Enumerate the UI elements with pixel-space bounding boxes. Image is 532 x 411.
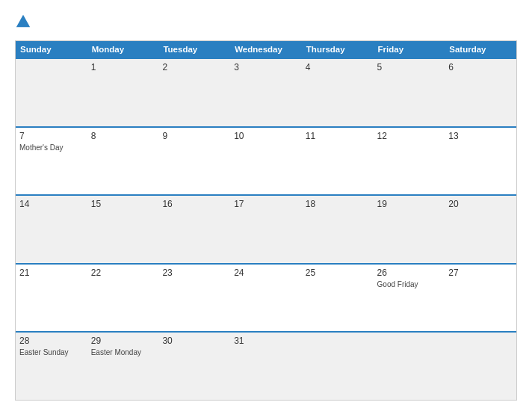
day-number: 11	[306, 131, 370, 141]
day-number: 1	[91, 62, 155, 72]
calendar-cell: 28Easter Sunday	[16, 333, 87, 400]
calendar-page: SundayMondayTuesdayWednesdayThursdayFrid…	[0, 0, 532, 411]
calendar-cell: 17	[230, 196, 302, 263]
day-number: 14	[19, 199, 84, 209]
calendar-grid: SundayMondayTuesdayWednesdayThursdayFrid…	[15, 40, 517, 401]
day-number: 23	[162, 268, 226, 278]
day-event: Easter Monday	[91, 347, 155, 357]
page-header	[15, 13, 517, 33]
day-number: 26	[377, 268, 442, 278]
calendar-week-3: 14151617181920	[16, 194, 516, 263]
calendar-cell: 26Good Friday	[374, 265, 445, 332]
day-header-wednesday: Wednesday	[230, 41, 302, 58]
day-header-monday: Monday	[87, 41, 159, 58]
calendar-cell: 9	[158, 128, 230, 195]
day-number: 4	[306, 62, 370, 72]
day-number: 27	[448, 268, 513, 278]
calendar-cell: 15	[87, 196, 159, 263]
day-header-tuesday: Tuesday	[158, 41, 230, 58]
day-number: 7	[19, 131, 84, 141]
day-event: Good Friday	[377, 279, 442, 289]
calendar-week-2: 7Mother's Day8910111213	[16, 126, 516, 195]
calendar-cell: 1	[87, 59, 159, 126]
day-number: 16	[162, 199, 226, 209]
calendar-cell	[302, 333, 374, 400]
calendar-week-1: 123456	[16, 58, 516, 126]
calendar-cell: 30	[158, 333, 230, 400]
logo	[15, 13, 34, 33]
day-event: Mother's Day	[19, 143, 84, 152]
day-number: 22	[91, 268, 155, 278]
day-number: 31	[234, 336, 298, 346]
calendar-cell: 12	[374, 128, 445, 195]
day-number: 8	[91, 131, 155, 141]
calendar-cell: 14	[16, 196, 87, 263]
calendar-header-row: SundayMondayTuesdayWednesdayThursdayFrid…	[16, 41, 516, 58]
day-number: 28	[19, 336, 84, 346]
day-number: 24	[234, 268, 298, 278]
day-number: 6	[448, 62, 513, 72]
calendar-cell: 22	[87, 265, 159, 332]
calendar-cell: 3	[230, 59, 302, 126]
calendar-cell: 25	[302, 265, 374, 332]
calendar-cell: 20	[445, 196, 516, 263]
day-number: 15	[91, 199, 155, 209]
day-number: 12	[377, 131, 442, 141]
day-header-sunday: Sunday	[16, 41, 87, 58]
day-header-saturday: Saturday	[445, 41, 516, 58]
calendar-cell	[16, 59, 87, 126]
calendar-cell: 21	[16, 265, 87, 332]
calendar-cell: 24	[230, 265, 302, 332]
day-header-thursday: Thursday	[302, 41, 374, 58]
day-event: Easter Sunday	[19, 347, 84, 357]
calendar-cell: 19	[374, 196, 445, 263]
day-number: 9	[162, 131, 226, 141]
day-number: 20	[448, 199, 513, 209]
calendar-cell: 16	[158, 196, 230, 263]
calendar-cell: 27	[445, 265, 516, 332]
day-number: 10	[234, 131, 298, 141]
calendar-cell: 5	[374, 59, 445, 126]
calendar-cell: 2	[158, 59, 230, 126]
day-header-friday: Friday	[374, 41, 445, 58]
day-number: 19	[377, 199, 442, 209]
calendar-cell: 10	[230, 128, 302, 195]
svg-marker-0	[16, 15, 30, 28]
calendar-cell	[445, 333, 516, 400]
day-number: 5	[377, 62, 442, 72]
calendar-body: 1234567Mother's Day891011121314151617181…	[16, 58, 516, 400]
calendar-cell: 8	[87, 128, 159, 195]
day-number: 18	[306, 199, 370, 209]
calendar-week-5: 28Easter Sunday29Easter Monday3031	[16, 331, 516, 400]
day-number: 21	[19, 268, 84, 278]
day-number: 2	[162, 62, 226, 72]
day-number: 25	[306, 268, 370, 278]
calendar-cell: 23	[158, 265, 230, 332]
day-number: 17	[234, 199, 298, 209]
calendar-cell: 6	[445, 59, 516, 126]
calendar-cell: 29Easter Monday	[87, 333, 159, 400]
day-number: 29	[91, 336, 155, 346]
calendar-cell: 18	[302, 196, 374, 263]
calendar-cell: 11	[302, 128, 374, 195]
day-number: 30	[162, 336, 226, 346]
calendar-cell: 31	[230, 333, 302, 400]
day-number: 3	[234, 62, 298, 72]
calendar-cell: 4	[302, 59, 374, 126]
logo-flag-icon	[15, 13, 31, 30]
calendar-week-4: 212223242526Good Friday27	[16, 263, 516, 332]
calendar-cell: 7Mother's Day	[16, 128, 87, 195]
day-number: 13	[448, 131, 513, 141]
calendar-cell	[374, 333, 445, 400]
calendar-cell: 13	[445, 128, 516, 195]
